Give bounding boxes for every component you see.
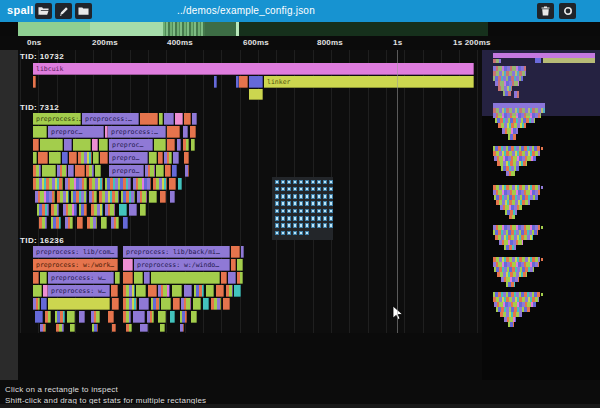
minimap-thumb-strip[interactable] bbox=[541, 147, 543, 150]
flame-fragment[interactable] bbox=[158, 285, 170, 297]
flame-fragment[interactable] bbox=[144, 272, 150, 284]
flame-fragment[interactable] bbox=[149, 152, 157, 164]
flame-fragment[interactable] bbox=[161, 298, 171, 310]
flame-fragment[interactable] bbox=[211, 298, 221, 310]
flame-fragment[interactable] bbox=[136, 285, 146, 297]
flame-fragment[interactable] bbox=[111, 285, 118, 297]
time-ruler[interactable]: 0ns200ms400ms600ms800ms1s1s 200ms bbox=[0, 36, 600, 50]
flame-bar[interactable]: prepro… bbox=[109, 152, 148, 164]
flame-bar[interactable]: preproc… bbox=[109, 139, 153, 151]
flame-fragment[interactable] bbox=[49, 152, 61, 164]
flame-fragment[interactable] bbox=[133, 311, 145, 323]
folder-button[interactable] bbox=[75, 3, 92, 19]
flame-fragment[interactable] bbox=[111, 217, 119, 229]
flame-fragment[interactable] bbox=[172, 165, 177, 177]
flame-fragment[interactable] bbox=[55, 311, 65, 323]
flame-fragment[interactable] bbox=[214, 76, 217, 88]
flame-fragment[interactable] bbox=[184, 113, 191, 125]
flame-fragment[interactable] bbox=[185, 165, 189, 177]
flame-fragment[interactable] bbox=[112, 298, 119, 310]
minimap-thumb-strip[interactable] bbox=[541, 258, 543, 261]
flame-fragment[interactable] bbox=[237, 272, 243, 284]
minimap-thumb-strip[interactable] bbox=[504, 245, 516, 250]
flame-fragment[interactable] bbox=[159, 113, 163, 125]
flame-fragment[interactable] bbox=[177, 139, 181, 151]
flame-fragment[interactable] bbox=[148, 285, 157, 297]
flame-fragment[interactable] bbox=[105, 204, 115, 216]
minimap-thumb-strip[interactable] bbox=[541, 186, 543, 189]
flame-fragment[interactable] bbox=[105, 178, 131, 190]
flame-fragment[interactable] bbox=[191, 139, 195, 151]
flame-fragment[interactable] bbox=[147, 311, 154, 323]
flame-fragment[interactable] bbox=[99, 191, 119, 203]
flame-fragment[interactable] bbox=[92, 139, 98, 151]
flame-fragment[interactable] bbox=[40, 139, 63, 151]
flame-bar[interactable]: libcuik bbox=[33, 63, 474, 75]
flame-fragment[interactable] bbox=[33, 178, 63, 190]
flame-fragment[interactable] bbox=[64, 139, 72, 151]
flame-fragment[interactable] bbox=[180, 324, 184, 332]
minimap-thumb-strip[interactable] bbox=[506, 282, 515, 287]
flame-fragment[interactable] bbox=[180, 311, 187, 323]
flame-bar[interactable]: preprocess:… bbox=[82, 113, 139, 125]
flame-fragment[interactable] bbox=[99, 139, 108, 151]
flame-fragment[interactable] bbox=[216, 285, 224, 297]
flame-fragment[interactable] bbox=[183, 139, 189, 151]
flame-fragment[interactable] bbox=[33, 152, 37, 164]
flame-fragment[interactable] bbox=[62, 152, 68, 164]
flame-fragment[interactable] bbox=[239, 76, 248, 88]
flame-fragment[interactable] bbox=[249, 76, 263, 88]
flame-fragment[interactable] bbox=[33, 165, 41, 177]
flame-fragment[interactable] bbox=[129, 204, 137, 216]
flame-fragment[interactable] bbox=[56, 324, 64, 332]
flame-fragment[interactable] bbox=[191, 311, 197, 323]
flame-fragment[interactable] bbox=[112, 324, 116, 332]
flame-fragment[interactable] bbox=[33, 285, 42, 297]
flame-fragment[interactable] bbox=[178, 178, 182, 190]
flame-fragment[interactable] bbox=[87, 217, 97, 229]
flame-fragment[interactable] bbox=[164, 113, 174, 125]
flame-fragment[interactable] bbox=[231, 259, 236, 271]
flame-fragment[interactable] bbox=[93, 152, 99, 164]
flame-fragment[interactable] bbox=[170, 191, 175, 203]
flame-fragment[interactable] bbox=[57, 191, 69, 203]
flame-fragment[interactable] bbox=[33, 139, 39, 151]
minimap-thumb-strip[interactable] bbox=[508, 134, 516, 140]
flame-fragment[interactable] bbox=[39, 217, 47, 229]
minimap-thumb-strip[interactable] bbox=[503, 91, 511, 96]
flame-fragment[interactable] bbox=[173, 152, 179, 164]
settings-button[interactable] bbox=[559, 3, 576, 19]
flame-bar[interactable]: prepro… bbox=[109, 165, 144, 177]
flame-fragment[interactable] bbox=[173, 298, 180, 310]
flame-fragment[interactable] bbox=[160, 324, 165, 332]
flame-fragment[interactable] bbox=[206, 285, 214, 297]
flame-fragment[interactable] bbox=[140, 113, 158, 125]
flame-fragment[interactable] bbox=[184, 152, 189, 164]
flame-fragment[interactable] bbox=[75, 165, 85, 177]
flame-fragment[interactable] bbox=[151, 272, 220, 284]
activity-overview-strip[interactable] bbox=[0, 22, 600, 36]
flame-fragment[interactable] bbox=[231, 246, 240, 258]
flame-fragment[interactable] bbox=[170, 311, 175, 323]
minimap-thumb-strip[interactable] bbox=[508, 322, 514, 327]
flame-fragment[interactable] bbox=[139, 298, 149, 310]
flame-fragment[interactable] bbox=[37, 204, 49, 216]
flame-fragment[interactable] bbox=[65, 178, 87, 190]
flame-fragment[interactable] bbox=[167, 126, 180, 138]
flame-fragment[interactable] bbox=[164, 152, 172, 164]
flame-fragment[interactable] bbox=[67, 311, 75, 323]
flame-fragment[interactable] bbox=[40, 272, 47, 284]
flame-fragment[interactable] bbox=[226, 285, 233, 297]
flame-fragment[interactable] bbox=[51, 217, 61, 229]
flame-fragment[interactable] bbox=[100, 152, 108, 164]
flame-fragment[interactable] bbox=[145, 165, 155, 177]
minimap-thumb-strip[interactable] bbox=[541, 226, 543, 229]
flame-fragment[interactable] bbox=[181, 298, 191, 310]
flame-fragment[interactable] bbox=[79, 204, 87, 216]
flame-fragment[interactable] bbox=[101, 217, 107, 229]
flame-fragment[interactable] bbox=[119, 204, 127, 216]
flame-fragment[interactable] bbox=[89, 191, 97, 203]
minimap-thumb-strip[interactable] bbox=[514, 91, 519, 98]
flame-fragment[interactable] bbox=[184, 285, 192, 297]
trash-button[interactable] bbox=[537, 3, 554, 19]
